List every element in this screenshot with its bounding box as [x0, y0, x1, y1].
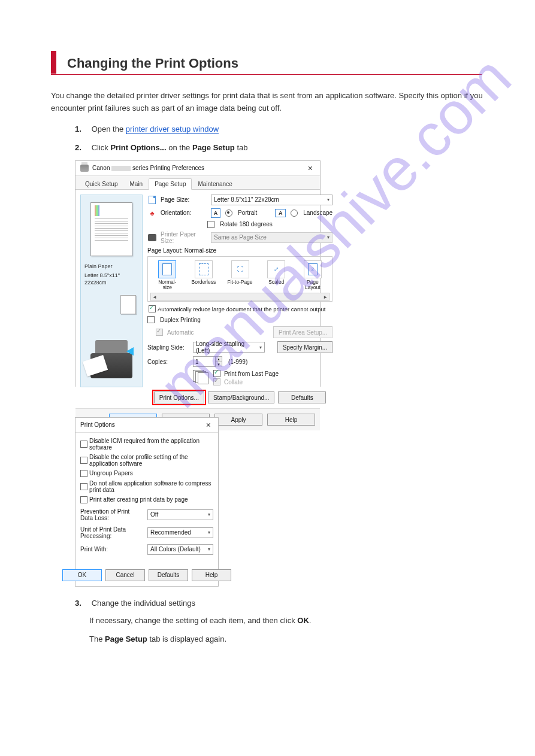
- collate-label: Collate: [224, 379, 243, 385]
- unit-label: Unit of Print Data Processing:: [80, 526, 144, 539]
- stapling-side-label: Stapling Side:: [147, 344, 189, 351]
- copies-range: (1-999): [228, 359, 247, 365]
- step-2-bold1: Print Options...: [110, 143, 166, 152]
- preview-paper-label: Plain Paper: [84, 263, 113, 271]
- print-with-label: Print With:: [80, 546, 144, 552]
- portrait-icon: A: [211, 208, 220, 218]
- page-title: Changing the Print Options: [67, 56, 238, 74]
- title-rule: [51, 74, 482, 75]
- step-3-num: 3.: [75, 599, 89, 608]
- print-options-dialog: Print Options × Disable ICM required fro…: [75, 417, 219, 587]
- specify-margin-button[interactable]: Specify Margin...: [277, 341, 333, 353]
- defaults-button[interactable]: Defaults: [278, 391, 326, 403]
- auto-reduce-checkbox[interactable]: [149, 305, 156, 312]
- collate-icon: [193, 370, 207, 383]
- printer-icon: [80, 165, 89, 172]
- dialog-title: Canon series Printing Preferences: [92, 165, 204, 171]
- collate-checkbox: [213, 378, 220, 385]
- print-last-checkbox[interactable]: [213, 370, 220, 377]
- prevention-select[interactable]: Off: [147, 509, 213, 520]
- orientation-icon: ♣: [150, 210, 154, 217]
- copies-label: Copies:: [147, 359, 189, 365]
- rotate-180-checkbox[interactable]: [207, 221, 214, 228]
- tab-maintenance[interactable]: Maintenance: [192, 178, 238, 189]
- opA-disable-icm-checkbox[interactable]: [80, 441, 87, 448]
- opt-print-after-create-checkbox[interactable]: [80, 496, 87, 503]
- opt-disable-color-profile-checkbox[interactable]: [80, 457, 87, 464]
- step-1-num: 1.: [75, 125, 89, 133]
- rotate-180-label: Rotate 180 degrees: [220, 221, 273, 227]
- step-3-body1: If necessary, change the setting of each…: [89, 616, 484, 625]
- preview-size-label: Letter 8.5"x11" 22x28cm: [84, 272, 138, 286]
- po-title: Print Options: [80, 421, 115, 428]
- tab-main[interactable]: Main: [123, 178, 149, 189]
- stamp-background-button[interactable]: Stamp/Background...: [208, 391, 274, 403]
- page-preview: [90, 202, 132, 256]
- step-2: 2. Click Print Options... on the Page Se…: [75, 143, 484, 152]
- duplex-label: Duplex Printing: [160, 317, 201, 323]
- opt-ungroup-papers-checkbox[interactable]: [80, 470, 87, 477]
- printer-paper-icon: [148, 234, 156, 241]
- intro-text: You change the detailed printer driver s…: [51, 90, 484, 115]
- copies-input[interactable]: [194, 359, 215, 365]
- printer-paper-select: Same as Page Size: [211, 232, 333, 243]
- page-size-icon: [149, 196, 156, 204]
- opt-disable-icm-label: Disable ICM required from the applicatio…: [89, 438, 213, 451]
- print-with-select[interactable]: All Colors (Default): [147, 544, 213, 555]
- step-2-mid: on the: [168, 143, 192, 152]
- layout-page-layout[interactable]: 2 Page Layout: [300, 260, 326, 291]
- opt-ungroup-papers-label: Ungroup Papers: [89, 470, 133, 476]
- layout-borderless[interactable]: Borderless: [191, 260, 217, 291]
- step-3: 3. Change the individual settings: [75, 599, 484, 608]
- layout-fit-to-page[interactable]: ⛶ Fit-to-Page: [227, 260, 253, 291]
- step-3-text: Change the individual settings: [92, 599, 195, 608]
- step-2-bold2: Page Setup: [192, 143, 235, 152]
- tabs: Quick Setup Main Page Setup Maintenance: [75, 176, 320, 190]
- opt-no-compress-label: Do not allow application software to com…: [89, 480, 213, 493]
- po-ok-button[interactable]: OK: [62, 569, 102, 581]
- opt-print-after-create-label: Print after creating print data by page: [89, 496, 188, 503]
- po-titlebar: Print Options ×: [75, 418, 218, 433]
- printer-paper-label: Printer Paper Size:: [161, 231, 207, 244]
- accent-bar: [51, 51, 56, 74]
- step-3-body2: The Page Setup tab is displayed again.: [89, 634, 484, 643]
- layout-label: Page Layout: Normal-size: [147, 247, 333, 254]
- auto-reduce-label: Automatically reduce large document that…: [158, 306, 325, 312]
- driver-setup-link[interactable]: printer driver setup window: [126, 125, 219, 134]
- step-2-suffix: tab: [237, 143, 247, 152]
- opt-no-compress-checkbox[interactable]: [80, 483, 87, 490]
- layout-scaled[interactable]: ⤢ Scaled: [263, 260, 289, 291]
- layout-group: Normal-size Borderless ⛶ Fit-to-Page ⤢: [147, 256, 333, 302]
- portrait-radio[interactable]: [225, 210, 232, 217]
- unit-select[interactable]: Recommended: [147, 527, 213, 538]
- title-row: Changing the Print Options: [51, 51, 484, 74]
- landscape-icon: A: [275, 209, 286, 217]
- stapling-side-select[interactable]: Long-side stapling (Left): [193, 342, 265, 353]
- landscape-label: Landscape: [303, 210, 333, 216]
- tab-quick-setup[interactable]: Quick Setup: [79, 178, 123, 189]
- po-cancel-button[interactable]: Cancel: [105, 569, 145, 581]
- preview-pane: Plain Paper Letter 8.5"x11" 22x28cm: [80, 195, 143, 387]
- step-2-prefix: Click: [92, 143, 111, 152]
- po-close-icon[interactable]: ×: [204, 420, 213, 430]
- duplex-checkbox[interactable]: [147, 316, 155, 323]
- po-defaults-button[interactable]: Defaults: [149, 569, 188, 581]
- opt-disable-color-profile-label: Disable the color profile setting of the…: [89, 454, 213, 467]
- page-size-label: Page Size:: [161, 196, 207, 203]
- orientation-label: Orientation:: [161, 210, 207, 216]
- dialog-titlebar: Canon series Printing Preferences ×: [75, 161, 320, 176]
- prevention-label: Prevention of Print Data Loss:: [80, 508, 144, 521]
- layout-normal-size[interactable]: Normal-size: [154, 260, 180, 291]
- automatic-checkbox: [156, 329, 163, 336]
- page-size-select[interactable]: Letter 8.5"x11" 22x28cm: [211, 195, 333, 205]
- layout-scrollbar[interactable]: [150, 293, 330, 301]
- landscape-radio[interactable]: [291, 210, 298, 217]
- copies-spinner[interactable]: ▲▼: [193, 356, 222, 367]
- po-help-button[interactable]: Help: [192, 569, 231, 581]
- preferences-dialog: Canon series Printing Preferences × Quic…: [75, 160, 321, 387]
- close-icon[interactable]: ×: [306, 163, 315, 173]
- step-2-num: 2.: [75, 143, 89, 152]
- tab-page-setup[interactable]: Page Setup: [149, 178, 192, 190]
- printer-image: [84, 336, 138, 378]
- print-options-button[interactable]: Print Options...: [154, 391, 204, 403]
